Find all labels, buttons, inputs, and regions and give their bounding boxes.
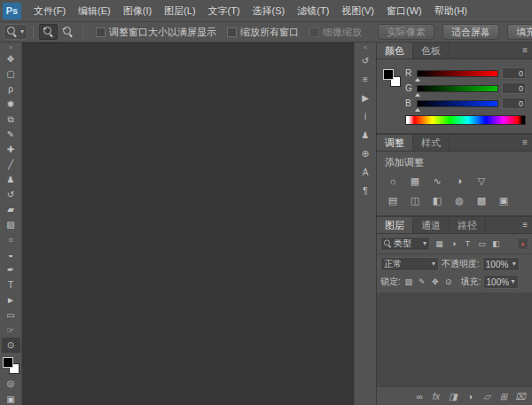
tab-swatches[interactable]: 色板 <box>413 43 450 58</box>
fill-field[interactable]: 100% ▾ <box>483 275 519 289</box>
foreground-color-swatch[interactable] <box>3 357 13 368</box>
filter-adjustment-layers-icon[interactable]: ◑ <box>447 238 460 251</box>
zoom-all-windows-checkbox[interactable]: 缩放所有窗口 <box>227 26 299 39</box>
levels-icon[interactable]: ▦ <box>405 172 425 190</box>
color-spectrum-ramp[interactable] <box>405 115 526 125</box>
channel-mixer-icon[interactable]: ▩ <box>472 191 491 209</box>
layer-style-icon[interactable]: fx <box>431 389 442 403</box>
delete-layer-icon[interactable]: ⌧ <box>515 389 526 403</box>
history-brush-tool[interactable]: ↺ <box>2 187 20 202</box>
rectangle-tool[interactable]: ▭ <box>2 308 20 323</box>
actions-panel-icon[interactable]: ▶ <box>356 90 375 106</box>
foreground-color-swatch[interactable] <box>383 69 394 80</box>
lock-transparency-icon[interactable]: ▨ <box>403 276 415 288</box>
lock-pixels-icon[interactable]: ✎ <box>416 276 428 288</box>
blend-mode-dropdown[interactable]: 正常 ▾ <box>380 257 439 271</box>
eyedropper-tool[interactable]: ✎ <box>2 127 20 142</box>
tab-channels[interactable]: 通道 <box>413 217 450 233</box>
panel-menu-icon[interactable]: ≡ <box>522 137 528 147</box>
screen-mode-button[interactable]: ▣ <box>2 392 20 405</box>
clone-source-panel-icon[interactable]: ♟ <box>356 127 375 144</box>
layer-filter-kind-dropdown[interactable]: 类型 ▾ <box>380 237 430 251</box>
channel-value-field[interactable]: 0 <box>502 82 526 94</box>
spot-healing-brush-tool[interactable]: ✚ <box>2 142 20 157</box>
menu-filter[interactable]: 滤镜(T) <box>291 0 335 21</box>
tab-styles[interactable]: 样式 <box>413 135 450 151</box>
actual-pixels-button[interactable]: 实际像素 <box>378 24 434 40</box>
menu-file[interactable]: 文件(F) <box>27 0 72 21</box>
menu-edit[interactable]: 编辑(E) <box>72 0 117 21</box>
color-lookup-icon[interactable]: ▣ <box>494 191 513 209</box>
brush-tool[interactable]: ╱ <box>2 157 20 172</box>
add-layer-mask-icon[interactable]: ◨ <box>448 389 458 403</box>
toolbar-expander-icon[interactable]: » <box>9 43 12 51</box>
channel-slider[interactable] <box>417 85 498 92</box>
layer-filter-toggle[interactable]: ● <box>517 238 528 250</box>
checkbox-box[interactable] <box>309 27 319 37</box>
layer-list[interactable] <box>377 293 532 386</box>
menu-help[interactable]: 帮助(H) <box>428 0 473 21</box>
horizontal-type-tool[interactable]: T <box>2 277 20 292</box>
brightness-contrast-icon[interactable]: ☼ <box>383 172 403 190</box>
character-panel-icon[interactable]: A <box>356 164 375 181</box>
quick-mask-button[interactable]: ◎ <box>2 376 20 390</box>
checkbox-box[interactable] <box>96 27 106 37</box>
move-tool[interactable]: ✥ <box>2 51 20 66</box>
dock-expander-icon[interactable]: « <box>364 43 367 51</box>
menu-select[interactable]: 选择(S) <box>246 0 292 21</box>
filter-pixel-layers-icon[interactable]: ▦ <box>433 238 446 251</box>
history-panel-icon[interactable]: ↺ <box>356 52 375 69</box>
filter-type-layers-icon[interactable]: T <box>461 238 474 251</box>
filter-smart-objects-icon[interactable]: ◧ <box>489 238 503 251</box>
menu-view[interactable]: 视图(V) <box>335 0 380 21</box>
hue-saturation-icon[interactable]: ▤ <box>383 191 403 209</box>
tab-color[interactable]: 颜色 <box>377 43 413 58</box>
navigator-panel-icon[interactable]: ⊕ <box>356 145 375 162</box>
paragraph-panel-icon[interactable]: ¶ <box>356 183 375 199</box>
menu-type[interactable]: 文字(T) <box>202 0 246 21</box>
scrubby-zoom-checkbox[interactable]: 细微缩放 <box>309 26 362 39</box>
link-layers-icon[interactable]: ∞ <box>414 389 425 403</box>
photo-filter-icon[interactable]: ◍ <box>450 191 469 209</box>
filter-shape-layers-icon[interactable]: ▭ <box>475 238 489 251</box>
crop-tool[interactable]: ⧉ <box>2 112 20 127</box>
menu-layer[interactable]: 图层(L) <box>158 0 201 21</box>
vibrance-icon[interactable]: ▽ <box>472 172 491 190</box>
rectangular-marquee-tool[interactable]: ▢ <box>2 66 20 82</box>
path-selection-tool[interactable]: ► <box>2 292 20 308</box>
resize-windows-to-fit-checkbox[interactable]: 调整窗口大小以满屏显示 <box>96 26 216 39</box>
lock-all-icon[interactable]: ⊙ <box>442 276 455 288</box>
lasso-tool[interactable]: ρ <box>2 82 20 97</box>
fill-screen-button[interactable]: 填充屏幕 <box>507 24 532 40</box>
tab-adjustments[interactable]: 调整 <box>377 135 413 151</box>
eraser-tool[interactable]: ▰ <box>2 202 20 217</box>
channel-slider[interactable] <box>417 100 498 107</box>
checkbox-box[interactable] <box>227 27 237 37</box>
fit-screen-button[interactable]: 适合屏幕 <box>442 24 499 40</box>
zoom-out-button[interactable]: − <box>59 24 77 40</box>
new-adjustment-layer-icon[interactable]: ◑ <box>465 389 475 403</box>
channel-slider[interactable] <box>417 70 498 77</box>
menu-window[interactable]: 窗口(W) <box>380 0 428 21</box>
hand-tool[interactable]: ☞ <box>2 323 20 338</box>
foreground-background-swatches[interactable] <box>3 357 20 374</box>
new-layer-icon[interactable]: ⊞ <box>498 389 509 403</box>
clone-stamp-tool[interactable]: ♟ <box>2 172 20 187</box>
quick-selection-tool[interactable]: ✱ <box>2 97 20 112</box>
exposure-icon[interactable]: ◑ <box>450 172 469 190</box>
curves-icon[interactable]: ∿ <box>427 172 447 190</box>
panel-menu-icon[interactable]: ≡ <box>522 45 528 55</box>
black-white-icon[interactable]: ◧ <box>427 191 447 209</box>
dodge-tool[interactable]: ◒ <box>2 247 20 262</box>
blur-tool[interactable]: ○ <box>2 232 20 247</box>
tab-layers[interactable]: 图层 <box>377 217 413 233</box>
info-panel-icon[interactable]: i <box>356 108 375 125</box>
opacity-field[interactable]: 100% ▾ <box>482 257 520 271</box>
pen-tool[interactable]: ✒ <box>2 262 20 277</box>
tab-paths[interactable]: 路径 <box>450 217 486 233</box>
panel-menu-icon[interactable]: ≡ <box>522 220 528 230</box>
zoom-tool[interactable]: ⊙ <box>2 338 20 353</box>
lock-position-icon[interactable]: ✥ <box>429 276 442 288</box>
channel-value-field[interactable]: 0 <box>502 97 526 109</box>
color-balance-icon[interactable]: ◫ <box>405 191 425 209</box>
